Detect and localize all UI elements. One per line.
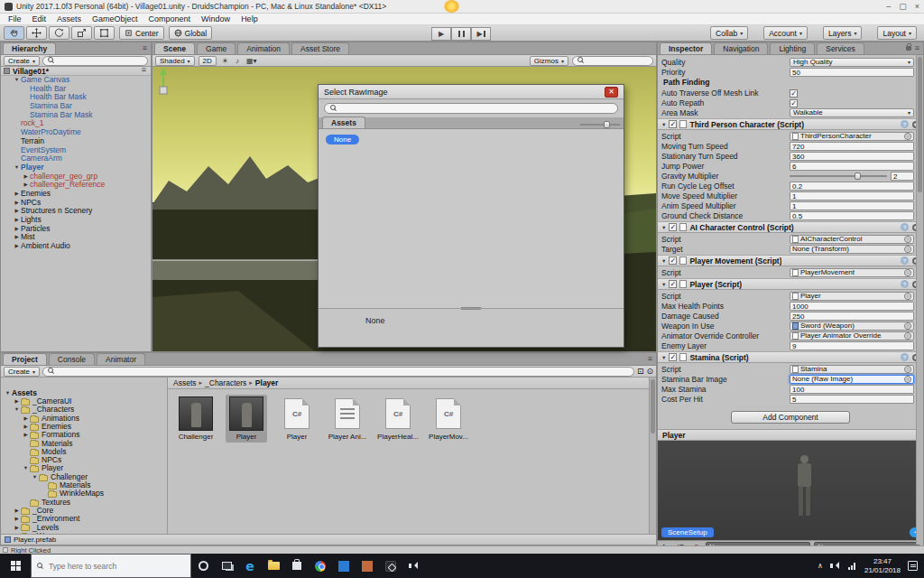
object-picker-icon[interactable] (904, 269, 911, 276)
foldout-open-icon[interactable]: ▼ (13, 163, 21, 172)
folder-npcs[interactable]: NPCs (1, 456, 167, 464)
hand-tool-button[interactable] (4, 26, 24, 40)
taskbar-app-volume-mixer[interactable] (402, 554, 426, 578)
foldout-closed-icon[interactable]: ▶ (13, 507, 21, 516)
field-input[interactable]: 1 (790, 191, 914, 200)
slider-thumb[interactable] (855, 172, 861, 180)
rotate-tool-button[interactable] (49, 26, 69, 40)
menu-gameobject[interactable]: GameObject (87, 14, 143, 23)
taskbar-app-cortana[interactable] (191, 554, 215, 578)
component-player-movement-script[interactable]: ▼✓Player Movement (Script)? (658, 255, 923, 266)
field-object[interactable]: Stamina (790, 365, 914, 374)
object-picker-icon[interactable] (904, 133, 911, 140)
field-object[interactable]: ThirdPersonCharacter (790, 132, 914, 141)
field-object[interactable]: None (Raw Image) (790, 375, 914, 384)
scale-tool-button[interactable] (71, 26, 92, 40)
tab-inspector[interactable]: Inspector (660, 42, 712, 54)
menu-help[interactable]: Help (236, 14, 263, 23)
asset-player[interactable]: Player (226, 395, 267, 443)
tab-console[interactable]: Console (49, 353, 95, 365)
foldout-open-icon[interactable]: ▼ (22, 464, 30, 473)
gizmos-dropdown[interactable]: Gizmos▾ (530, 56, 568, 66)
audio-toggle-icon[interactable]: ♪ (234, 57, 241, 65)
hierarchy-search-input[interactable] (58, 57, 143, 65)
2d-toggle-button[interactable]: 2D (199, 56, 217, 66)
foldout-open-icon[interactable]: ▼ (31, 473, 39, 482)
asset-playermov[interactable]: C#PlayerMov... (428, 395, 469, 443)
asset-player[interactable]: C#Player (276, 395, 318, 443)
object-picker-icon[interactable] (904, 293, 911, 300)
field-input[interactable]: 2 (891, 172, 914, 181)
object-picker-icon[interactable] (904, 366, 911, 373)
folder-models[interactable]: Models (1, 448, 167, 456)
zoom-slider-thumb[interactable] (604, 121, 610, 128)
field-dropdown[interactable]: Walkable▾ (790, 108, 914, 117)
field-checkbox[interactable]: ✓ (790, 99, 798, 107)
asset-player-ani[interactable]: Player Ani... (327, 395, 368, 443)
draw-mode-dropdown[interactable]: Shaded▾ (155, 56, 195, 66)
foldout-open-icon[interactable]: ▼ (661, 258, 666, 264)
toolbar-layout-dropdown[interactable]: Layout▾ (877, 26, 917, 40)
folder-environment[interactable]: ▶_Environment (1, 515, 167, 523)
field-input[interactable]: 6 (790, 162, 914, 171)
folder-animations[interactable]: ▶Animations (1, 415, 167, 423)
foldout-closed-icon[interactable]: ▶ (13, 233, 21, 242)
add-component-button[interactable]: Add Component (731, 411, 850, 424)
taskbar-app-edge[interactable]: e (238, 554, 262, 578)
scene-setup-badge[interactable]: SceneSetup (661, 527, 714, 537)
space-toggle-button[interactable]: Global (169, 26, 213, 40)
component-player-script[interactable]: ▼✓Player (Script)? (658, 278, 923, 290)
component-enabled-checkbox[interactable]: ✓ (669, 120, 677, 128)
field-input[interactable]: 0.5 (790, 211, 914, 220)
foldout-closed-icon[interactable]: ▶ (13, 515, 21, 524)
foldout-open-icon[interactable]: ▼ (661, 122, 666, 127)
folder-enemies[interactable]: ▶Enemies (1, 423, 167, 431)
tab-asset-store[interactable]: Asset Store (291, 42, 349, 54)
dialog-titlebar[interactable]: Select RawImage ✕ (319, 85, 624, 99)
start-button[interactable] (0, 554, 31, 578)
menu-component[interactable]: Component (143, 14, 197, 23)
asset-challenger[interactable]: Challenger (175, 395, 217, 443)
asset-playerheal[interactable]: C#PlayerHeal... (377, 395, 419, 443)
field-input[interactable]: 1000 (790, 302, 914, 311)
minimize-button[interactable]: – (886, 2, 891, 11)
field-object[interactable]: Player (790, 292, 914, 301)
picker-search[interactable] (324, 103, 618, 114)
field-input[interactable]: 50 (790, 68, 914, 77)
taskbar-app-file-explorer[interactable] (262, 554, 285, 578)
tab-project[interactable]: Project (3, 353, 47, 365)
scene-orientation-gizmo[interactable] (152, 67, 174, 96)
preview-header[interactable]: Player (658, 429, 923, 441)
pivot-toggle-button[interactable]: Center (119, 26, 164, 40)
component-enabled-checkbox[interactable]: ✓ (669, 256, 677, 265)
menu-assets[interactable]: Assets (51, 14, 87, 23)
close-button[interactable]: × (915, 2, 919, 11)
component-third-person-character-script[interactable]: ▼✓Third Person Character (Script)? (658, 118, 923, 130)
taskbar-clock[interactable]: 23:47 21/01/2018 (864, 557, 901, 575)
taskbar-app-photos[interactable] (332, 554, 356, 578)
component-enabled-checkbox[interactable]: ✓ (669, 353, 677, 361)
component-stamina-script[interactable]: ▼✓Stamina (Script)? (658, 351, 923, 363)
tab-animator[interactable]: Animator (97, 353, 145, 365)
scrollbar-thumb[interactable] (651, 379, 655, 434)
scrollbar-thumb[interactable] (918, 57, 922, 192)
panel-menu-icon[interactable]: ≡ (915, 44, 919, 52)
foldout-open-icon[interactable]: ▼ (13, 76, 21, 85)
panel-menu-icon[interactable]: ≡ (143, 44, 147, 52)
folder-levels[interactable]: ▶_Levels (1, 524, 167, 532)
field-input[interactable]: 100 (790, 385, 914, 394)
preview-area[interactable]: SceneSetup ◔ (658, 441, 923, 540)
object-picker-icon[interactable] (904, 236, 911, 243)
object-picker-icon[interactable] (904, 376, 911, 383)
object-picker-icon[interactable] (904, 246, 911, 253)
foldout-open-icon[interactable]: ▼ (661, 282, 666, 287)
folder-wrinklemaps[interactable]: WrinkleMaps (1, 490, 167, 499)
search-by-label-icon[interactable]: ⊙ (646, 368, 653, 376)
foldout-open-icon[interactable]: ▼ (13, 406, 21, 415)
field-object[interactable]: AICharacterControl (790, 235, 914, 244)
maximize-button[interactable]: ▢ (899, 2, 907, 11)
lighting-toggle-icon[interactable]: ☀ (220, 57, 230, 65)
move-tool-button[interactable] (26, 26, 47, 40)
dialog-close-button[interactable]: ✕ (605, 87, 618, 98)
tab-game[interactable]: Game (197, 42, 236, 54)
